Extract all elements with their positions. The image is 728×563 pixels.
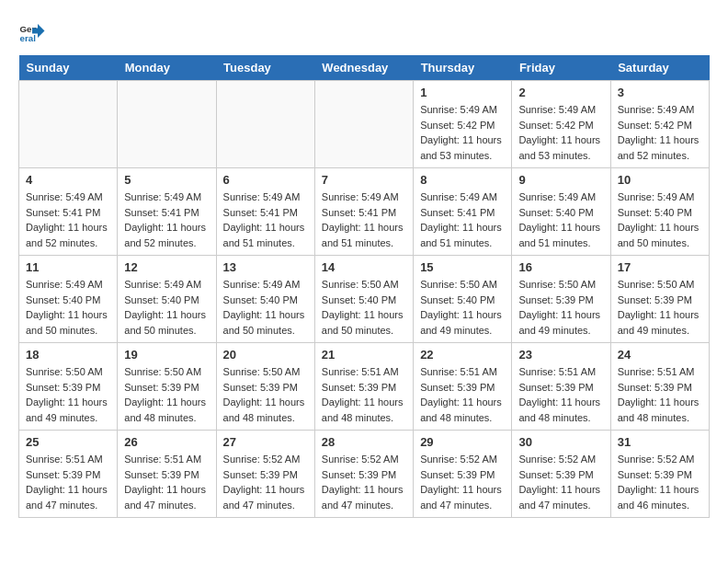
day-number: 8 (420, 173, 505, 187)
calendar-cell: 15Sunrise: 5:50 AM Sunset: 5:40 PM Dayli… (414, 256, 512, 343)
day-number: 13 (223, 260, 308, 274)
day-detail: Sunrise: 5:51 AM Sunset: 5:39 PM Dayligh… (124, 452, 209, 512)
calendar-cell: 2Sunrise: 5:49 AM Sunset: 5:42 PM Daylig… (512, 81, 610, 168)
day-number: 23 (518, 348, 603, 362)
day-detail: Sunrise: 5:51 AM Sunset: 5:39 PM Dayligh… (322, 364, 406, 425)
weekday-header-sunday: Sunday (19, 55, 118, 81)
week-row-4: 18Sunrise: 5:50 AM Sunset: 5:39 PM Dayli… (19, 343, 710, 431)
weekday-header-thursday: Thursday (414, 55, 512, 81)
day-number: 18 (26, 348, 110, 362)
weekday-header-wednesday: Wednesday (314, 55, 413, 81)
day-detail: Sunrise: 5:50 AM Sunset: 5:40 PM Dayligh… (420, 277, 505, 338)
day-number: 29 (420, 435, 505, 449)
day-detail: Sunrise: 5:49 AM Sunset: 5:41 PM Dayligh… (26, 190, 110, 250)
calendar-cell: 10Sunrise: 5:49 AM Sunset: 5:40 PM Dayli… (610, 168, 709, 256)
day-detail: Sunrise: 5:49 AM Sunset: 5:40 PM Dayligh… (26, 277, 110, 338)
calendar-cell: 20Sunrise: 5:50 AM Sunset: 5:39 PM Dayli… (216, 343, 314, 431)
day-number: 10 (618, 173, 702, 187)
day-number: 22 (420, 348, 505, 362)
day-detail: Sunrise: 5:52 AM Sunset: 5:39 PM Dayligh… (618, 452, 702, 512)
calendar-cell: 26Sunrise: 5:51 AM Sunset: 5:39 PM Dayli… (118, 431, 216, 518)
day-detail: Sunrise: 5:49 AM Sunset: 5:42 PM Dayligh… (420, 102, 505, 163)
calendar-cell (314, 81, 413, 168)
day-number: 28 (322, 435, 406, 449)
day-number: 27 (223, 435, 308, 449)
calendar-cell: 5Sunrise: 5:49 AM Sunset: 5:41 PM Daylig… (118, 168, 216, 256)
calendar-cell: 25Sunrise: 5:51 AM Sunset: 5:39 PM Dayli… (19, 431, 118, 518)
day-detail: Sunrise: 5:49 AM Sunset: 5:40 PM Dayligh… (223, 277, 308, 338)
day-number: 24 (618, 348, 702, 362)
calendar-cell: 24Sunrise: 5:51 AM Sunset: 5:39 PM Dayli… (610, 343, 709, 431)
calendar-cell: 11Sunrise: 5:49 AM Sunset: 5:40 PM Dayli… (19, 256, 118, 343)
calendar-cell: 13Sunrise: 5:49 AM Sunset: 5:40 PM Dayli… (216, 256, 314, 343)
calendar-cell: 19Sunrise: 5:50 AM Sunset: 5:39 PM Dayli… (118, 343, 216, 431)
calendar-cell: 18Sunrise: 5:50 AM Sunset: 5:39 PM Dayli… (19, 343, 118, 431)
logo-icon: Gen eral (18, 18, 46, 46)
day-detail: Sunrise: 5:49 AM Sunset: 5:41 PM Dayligh… (420, 190, 505, 250)
day-detail: Sunrise: 5:51 AM Sunset: 5:39 PM Dayligh… (26, 452, 110, 512)
day-detail: Sunrise: 5:50 AM Sunset: 5:39 PM Dayligh… (618, 277, 702, 338)
day-detail: Sunrise: 5:51 AM Sunset: 5:39 PM Dayligh… (420, 364, 505, 425)
weekday-header-monday: Monday (118, 55, 216, 81)
calendar-cell: 8Sunrise: 5:49 AM Sunset: 5:41 PM Daylig… (414, 168, 512, 256)
calendar-cell: 28Sunrise: 5:52 AM Sunset: 5:39 PM Dayli… (314, 431, 413, 518)
day-number: 21 (322, 348, 406, 362)
day-detail: Sunrise: 5:49 AM Sunset: 5:42 PM Dayligh… (618, 102, 702, 163)
day-number: 5 (124, 173, 209, 187)
calendar-cell: 14Sunrise: 5:50 AM Sunset: 5:40 PM Dayli… (314, 256, 413, 343)
day-detail: Sunrise: 5:49 AM Sunset: 5:40 PM Dayligh… (618, 190, 702, 250)
calendar-cell: 17Sunrise: 5:50 AM Sunset: 5:39 PM Dayli… (610, 256, 709, 343)
day-number: 19 (124, 348, 209, 362)
day-detail: Sunrise: 5:50 AM Sunset: 5:39 PM Dayligh… (26, 364, 110, 425)
calendar-cell: 23Sunrise: 5:51 AM Sunset: 5:39 PM Dayli… (512, 343, 610, 431)
week-row-1: 1Sunrise: 5:49 AM Sunset: 5:42 PM Daylig… (19, 81, 710, 168)
day-number: 1 (420, 86, 505, 99)
day-number: 12 (124, 260, 209, 274)
day-number: 31 (618, 435, 702, 449)
day-detail: Sunrise: 5:52 AM Sunset: 5:39 PM Dayligh… (322, 452, 406, 512)
day-number: 15 (420, 260, 505, 274)
day-detail: Sunrise: 5:51 AM Sunset: 5:39 PM Dayligh… (518, 364, 603, 425)
calendar-cell: 16Sunrise: 5:50 AM Sunset: 5:39 PM Dayli… (512, 256, 610, 343)
weekday-header-tuesday: Tuesday (216, 55, 314, 81)
day-detail: Sunrise: 5:49 AM Sunset: 5:41 PM Dayligh… (223, 190, 308, 250)
week-row-5: 25Sunrise: 5:51 AM Sunset: 5:39 PM Dayli… (19, 431, 710, 518)
day-number: 7 (322, 173, 406, 187)
day-detail: Sunrise: 5:52 AM Sunset: 5:39 PM Dayligh… (420, 452, 505, 512)
calendar-header: SundayMondayTuesdayWednesdayThursdayFrid… (19, 55, 710, 81)
day-detail: Sunrise: 5:49 AM Sunset: 5:41 PM Dayligh… (322, 190, 406, 250)
calendar-cell (118, 81, 216, 168)
day-detail: Sunrise: 5:50 AM Sunset: 5:39 PM Dayligh… (124, 364, 209, 425)
day-detail: Sunrise: 5:52 AM Sunset: 5:39 PM Dayligh… (518, 452, 603, 512)
weekday-header-friday: Friday (512, 55, 610, 81)
day-number: 14 (322, 260, 406, 274)
calendar-cell: 6Sunrise: 5:49 AM Sunset: 5:41 PM Daylig… (216, 168, 314, 256)
calendar-cell: 12Sunrise: 5:49 AM Sunset: 5:40 PM Dayli… (118, 256, 216, 343)
calendar-cell: 30Sunrise: 5:52 AM Sunset: 5:39 PM Dayli… (512, 431, 610, 518)
calendar-cell: 9Sunrise: 5:49 AM Sunset: 5:40 PM Daylig… (512, 168, 610, 256)
logo: Gen eral (18, 18, 50, 46)
week-row-3: 11Sunrise: 5:49 AM Sunset: 5:40 PM Dayli… (19, 256, 710, 343)
calendar-cell: 1Sunrise: 5:49 AM Sunset: 5:42 PM Daylig… (414, 81, 512, 168)
day-number: 30 (518, 435, 603, 449)
day-detail: Sunrise: 5:52 AM Sunset: 5:39 PM Dayligh… (223, 452, 308, 512)
day-number: 2 (518, 86, 603, 99)
day-number: 9 (518, 173, 603, 187)
day-number: 6 (223, 173, 308, 187)
day-number: 25 (26, 435, 110, 449)
calendar-cell: 21Sunrise: 5:51 AM Sunset: 5:39 PM Dayli… (314, 343, 413, 431)
day-detail: Sunrise: 5:49 AM Sunset: 5:42 PM Dayligh… (518, 102, 603, 163)
week-row-2: 4Sunrise: 5:49 AM Sunset: 5:41 PM Daylig… (19, 168, 710, 256)
weekday-header-saturday: Saturday (610, 55, 709, 81)
day-detail: Sunrise: 5:50 AM Sunset: 5:39 PM Dayligh… (518, 277, 603, 338)
calendar-table: SundayMondayTuesdayWednesdayThursdayFrid… (18, 55, 710, 518)
calendar-cell: 22Sunrise: 5:51 AM Sunset: 5:39 PM Dayli… (414, 343, 512, 431)
day-detail: Sunrise: 5:51 AM Sunset: 5:39 PM Dayligh… (618, 364, 702, 425)
day-number: 17 (618, 260, 702, 274)
calendar-cell (19, 81, 118, 168)
calendar-cell: 27Sunrise: 5:52 AM Sunset: 5:39 PM Dayli… (216, 431, 314, 518)
day-number: 16 (518, 260, 603, 274)
day-detail: Sunrise: 5:50 AM Sunset: 5:39 PM Dayligh… (223, 364, 308, 425)
svg-text:eral: eral (20, 33, 37, 43)
calendar-body: 1Sunrise: 5:49 AM Sunset: 5:42 PM Daylig… (19, 81, 710, 518)
